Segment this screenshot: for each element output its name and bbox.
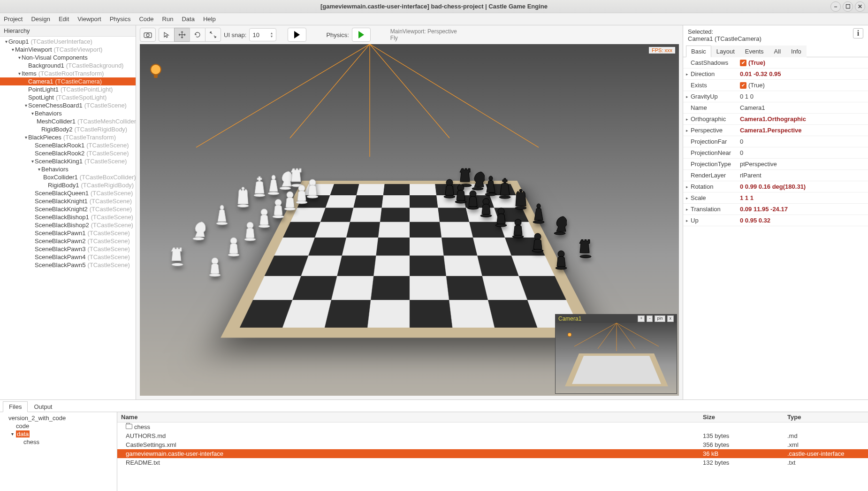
hierarchy-tree[interactable]: ▾Group1(TCastleUserInterface)▾MainViewpo… — [0, 37, 136, 399]
prop-row[interactable]: ProjectionNear0 — [683, 147, 868, 159]
tree-row[interactable]: RigidBody2(TCastleRigidBody) — [0, 125, 136, 133]
file-row[interactable]: README.txt132 bytes.txt — [117, 458, 868, 467]
folder-row[interactable]: chess — [2, 438, 115, 446]
prop-row[interactable]: RenderLayerrlParent — [683, 170, 868, 181]
tree-row[interactable]: ▾Items(TCastleRootTransform) — [0, 69, 136, 77]
prop-row[interactable]: ▸Scale1 1 1 — [683, 192, 868, 204]
tab-layout[interactable]: Layout — [711, 46, 740, 57]
camera-zoom-out-button[interactable]: - — [647, 315, 653, 322]
prop-row[interactable]: ▸Direction0.01 -0.32 0.95 — [683, 69, 868, 80]
file-row[interactable]: CastleSettings.xml356 bytes.xml — [117, 440, 868, 449]
tree-row[interactable]: MeshCollider1(TCastleMeshCollider) — [0, 117, 136, 125]
menu-help[interactable]: Help — [203, 15, 216, 23]
prop-row[interactable]: Exists✔ (True) — [683, 80, 868, 91]
tree-row[interactable]: SceneBlackPawn5(TCastleScene) — [0, 261, 136, 269]
file-row[interactable]: chess — [117, 422, 868, 431]
menu-design[interactable]: Design — [31, 15, 50, 23]
tree-row[interactable]: SceneBlackBishop1(TCastleScene) — [0, 213, 136, 221]
folder-row[interactable]: code — [2, 422, 115, 430]
tree-row[interactable]: Camera1(TCastleCamera) — [0, 77, 136, 85]
select-tool-button[interactable] — [159, 28, 175, 42]
col-size[interactable]: Size — [699, 412, 784, 422]
bottom-tab-files[interactable]: Files — [3, 401, 28, 412]
minimize-button[interactable]: – — [830, 1, 841, 12]
inspector-properties[interactable]: CastShadows✔ (True)▸Direction0.01 -0.32 … — [683, 57, 868, 399]
tab-events[interactable]: Events — [740, 46, 769, 57]
prop-row[interactable]: ▸Translation0.09 11.95 -24.17 — [683, 204, 868, 215]
menubar: ProjectDesignEditViewportPhysicsCodeRunD… — [0, 13, 868, 25]
tab-all[interactable]: All — [769, 46, 786, 57]
menu-edit[interactable]: Edit — [59, 15, 69, 23]
menu-data[interactable]: Data — [182, 15, 194, 23]
physics-play-button[interactable] — [352, 28, 371, 42]
tree-row[interactable]: SceneBlackPawn1(TCastleScene) — [0, 229, 136, 237]
bottom-tabs: FilesOutput — [0, 400, 868, 412]
tree-row[interactable]: ▾MainViewport(TCastleViewport) — [0, 46, 136, 54]
prop-row[interactable]: ▸Rotation0 0.99 0.16 deg(180.31) — [683, 181, 868, 192]
rotate-tool-button[interactable] — [190, 28, 206, 42]
close-button[interactable]: ✕ — [855, 1, 865, 12]
folder-row[interactable]: ▾data — [2, 430, 115, 438]
screenshot-button[interactable] — [140, 28, 156, 42]
prop-row[interactable]: ProjectionFar0 — [683, 136, 868, 147]
tree-row[interactable]: RigidBody1(TCastleRigidBody) — [0, 181, 136, 189]
camera-zoom-in-button[interactable]: + — [638, 315, 645, 322]
camera-pin-button[interactable]: pin — [655, 315, 665, 322]
file-row[interactable]: gameviewmain.castle-user-interface36 kB.… — [117, 449, 868, 458]
col-name[interactable]: Name — [117, 412, 699, 422]
prop-row[interactable]: CastShadows✔ (True) — [683, 57, 868, 69]
prop-row[interactable]: ▸GravityUp0 1 0 — [683, 91, 868, 102]
menu-viewport[interactable]: Viewport — [77, 15, 101, 23]
bottom-panel: FilesOutput version_2_with_codecode▾data… — [0, 399, 868, 491]
file-list[interactable]: Name Size Type chessAUTHORS.md135 bytes.… — [117, 412, 868, 491]
move-tool-button[interactable] — [174, 28, 190, 42]
tree-row[interactable]: SceneBlackPawn2(TCastleScene) — [0, 237, 136, 245]
prop-row[interactable]: ▸PerspectiveCamera1.Perspective — [683, 125, 868, 136]
folder-row[interactable]: version_2_with_code — [2, 414, 115, 422]
menu-code[interactable]: Code — [139, 15, 153, 23]
camera-preview[interactable]: Camera1 + - pin x — [555, 314, 677, 394]
tree-row[interactable]: PointLight1(TCastlePointLight) — [0, 85, 136, 93]
scale-tool-button[interactable] — [205, 28, 221, 42]
chess-piece — [479, 193, 493, 221]
prop-row[interactable]: ▸Up0 0.95 0.32 — [683, 215, 868, 226]
tree-row[interactable]: ▾Behaviors — [0, 109, 136, 117]
viewport-toolbar: UI snap: 10 ▲▼ Physics: MainViewport: Pe… — [136, 25, 683, 44]
run-button[interactable] — [288, 28, 306, 42]
tree-row[interactable]: SceneBlackRook2(TCastleScene) — [0, 149, 136, 157]
col-type[interactable]: Type — [784, 412, 868, 422]
tree-row[interactable]: ▾Behaviors — [0, 165, 136, 173]
tree-row[interactable]: SceneBlackPawn3(TCastleScene) — [0, 245, 136, 253]
bottom-tab-output[interactable]: Output — [28, 401, 58, 412]
viewport-3d[interactable]: FPS: xxx Camera1 — [140, 44, 679, 396]
menu-physics[interactable]: Physics — [110, 15, 131, 23]
tree-row[interactable]: SceneBlackRook1(TCastleScene) — [0, 141, 136, 149]
tree-row[interactable]: SceneBlackPawn4(TCastleScene) — [0, 253, 136, 261]
folder-tree[interactable]: version_2_with_codecode▾datachess — [0, 412, 117, 491]
prop-row[interactable]: NameCamera1 — [683, 102, 868, 114]
prop-row[interactable]: ▸OrthographicCamera1.Orthographic — [683, 114, 868, 125]
tree-row[interactable]: SceneBlackKnight1(TCastleScene) — [0, 197, 136, 205]
tree-row[interactable]: SceneBlackQueen1(TCastleScene) — [0, 189, 136, 197]
menu-project[interactable]: Project — [4, 15, 23, 23]
camera-close-button[interactable]: x — [667, 315, 674, 322]
maximize-button[interactable]: ☐ — [843, 1, 853, 12]
svg-point-42 — [515, 207, 526, 209]
menu-run[interactable]: Run — [162, 15, 174, 23]
tree-row[interactable]: ▾BlackPieces(TCastleTransform) — [0, 133, 136, 141]
tree-row[interactable]: SceneBlackBishop2(TCastleScene) — [0, 221, 136, 229]
tree-row[interactable]: ▾Group1(TCastleUserInterface) — [0, 38, 136, 46]
tree-row[interactable]: SceneBlackKnight2(TCastleScene) — [0, 205, 136, 213]
tree-row[interactable]: ▾Non-Visual Components — [0, 54, 136, 61]
tab-basic[interactable]: Basic — [686, 46, 711, 57]
tree-row[interactable]: Background1(TCastleBackground) — [0, 61, 136, 69]
file-row[interactable]: AUTHORS.md135 bytes.md — [117, 431, 868, 440]
tree-row[interactable]: ▾SceneBlackKing1(TCastleScene) — [0, 157, 136, 165]
tree-row[interactable]: ▾SceneChessBoard1(TCastleScene) — [0, 101, 136, 109]
tab-info[interactable]: Info — [786, 46, 807, 57]
prop-row[interactable]: ProjectionTypeptPerspective — [683, 159, 868, 170]
tree-row[interactable]: SpotLight(TCastleSpotLight) — [0, 93, 136, 101]
info-button[interactable]: i — [853, 28, 863, 38]
snap-input[interactable]: 10 ▲▼ — [249, 28, 276, 41]
tree-row[interactable]: BoxCollider1(TCastleBoxCollider) — [0, 173, 136, 181]
